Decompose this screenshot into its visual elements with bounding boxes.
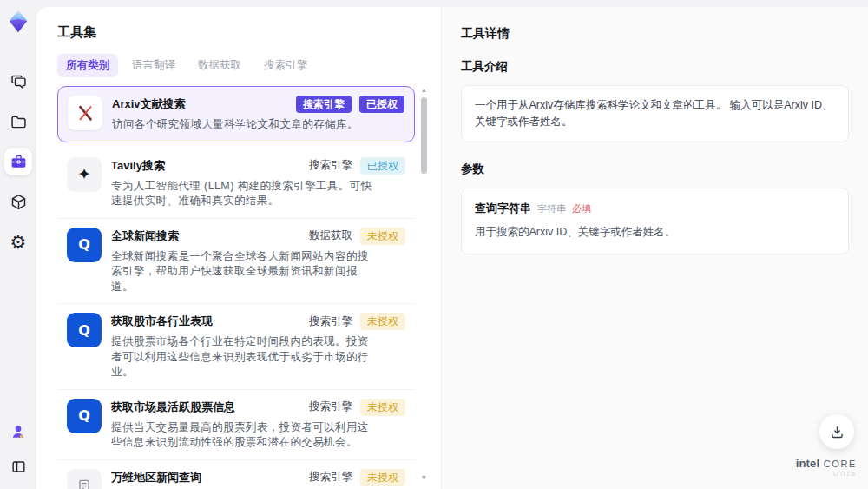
building-logo-icon xyxy=(67,469,102,489)
tab-language-translation[interactable]: 语言翻译 xyxy=(123,54,184,77)
tool-item-regional-news[interactable]: 万维地区新闻查询 搜索引擎 未授权 查询具体行政区划内的新闻，快速了解各地新闻动… xyxy=(57,460,415,489)
tool-title: 获取市场最活跃股票信息 xyxy=(111,400,235,415)
params-section-title: 参数 xyxy=(461,162,849,177)
main-content: 工具集 所有类别 语言翻译 数据获取 搜索引擎 xyxy=(36,7,868,489)
tool-item-most-active-stocks[interactable]: Q 获取市场最活跃股票信息 搜索引擎 未授权 提供当天交易量最高的股票列表，投资… xyxy=(57,390,415,460)
brand-logo-icon xyxy=(5,9,31,35)
tool-description: 全球新闻搜索是一个聚合全球各大新闻网站内容的搜索引擎，帮助用户快速获取全球最新资… xyxy=(111,249,375,295)
tab-all-categories[interactable]: 所有类别 xyxy=(57,54,118,77)
user-profile-button[interactable] xyxy=(4,418,32,446)
parameter-box: 查询字符串 字符串 必填 用于搜索的Arxiv ID、关键字或作者姓名。 xyxy=(461,188,849,254)
tool-item-sector-performance[interactable]: Q 获取股市各行业表现 搜索引擎 未授权 提供股票市场各个行业在特定时间段内的表… xyxy=(57,304,415,390)
toolbox-icon xyxy=(10,153,28,171)
auth-status-badge: 未授权 xyxy=(360,228,405,245)
sparkle-logo-icon: ✦ xyxy=(67,157,102,192)
auth-status-badge: 未授权 xyxy=(360,313,405,330)
scroll-up-icon[interactable]: ▲ xyxy=(420,87,428,93)
tool-description: 提供股票市场各个行业在特定时间段内的表现。投资者可以利用这些信息来识别表现优于或… xyxy=(111,334,375,380)
ultra-wordmark: Ultra xyxy=(796,471,857,479)
page-title: 工具集 xyxy=(57,24,415,41)
tool-item-body: Tavily搜索 搜索引擎 已授权 专为人工智能代理 (LLM) 构建的搜索引擎… xyxy=(111,157,405,209)
tool-description: 提供当天交易量最高的股票列表，投资者可以利用这些信息来识别流动性强的股票和潜在的… xyxy=(111,420,375,451)
tab-data-acquisition[interactable]: 数据获取 xyxy=(189,54,250,77)
auth-status-badge: 未授权 xyxy=(360,399,405,416)
tool-intro-text: 一个用于从Arxiv存储库搜索科学论文和文章的工具。 输入可以是Arxiv ID… xyxy=(475,99,833,128)
tool-intro-box: 一个用于从Arxiv存储库搜索科学论文和文章的工具。 输入可以是Arxiv ID… xyxy=(461,85,849,142)
tool-tags: 数据获取 未授权 xyxy=(309,228,405,245)
detail-title: 工具详情 xyxy=(461,26,849,42)
tool-item-tavily[interactable]: ✦ Tavily搜索 搜索引擎 已授权 专为人工智能代理 (LLM) 构建的搜索… xyxy=(57,149,415,219)
parameter-description: 用于搜索的Arxiv ID、关键字或作者姓名。 xyxy=(475,225,835,240)
chat-icon xyxy=(10,73,28,91)
tool-title: Arxiv文献搜索 xyxy=(112,96,186,112)
tool-item-body: 获取股市各行业表现 搜索引擎 未授权 提供股票市场各个行业在特定时间段内的表现。… xyxy=(111,313,405,380)
q-search-logo-icon: Q xyxy=(67,399,102,433)
sidebar-nav: ⚙ xyxy=(4,68,32,255)
tool-tags: 搜索引擎 未授权 xyxy=(309,469,405,486)
sidebar-item-toolset[interactable] xyxy=(4,148,32,175)
tab-search-engine[interactable]: 搜索引擎 xyxy=(255,54,316,77)
q-search-logo-icon: Q xyxy=(67,228,102,262)
download-button[interactable] xyxy=(819,414,854,449)
user-avatar-icon xyxy=(10,423,27,440)
sidebar-item-chat[interactable] xyxy=(4,68,32,96)
tool-item-global-news[interactable]: Q 全球新闻搜索 数据获取 未授权 全球新闻搜索是一个聚合全球各大新闻网站内容的… xyxy=(57,219,415,305)
panel-toggle-icon xyxy=(10,459,27,475)
list-scrollbar[interactable]: ▲ ▼ xyxy=(420,87,428,480)
sidebar-item-models[interactable] xyxy=(4,188,32,215)
tool-tags: 搜索引擎 已授权 xyxy=(309,157,405,175)
tool-item-body: 万维地区新闻查询 搜索引擎 未授权 查询具体行政区划内的新闻，快速了解各地新闻动… xyxy=(111,469,405,489)
tool-title: 获取股市各行业表现 xyxy=(111,314,213,329)
q-search-logo-icon: Q xyxy=(67,313,102,347)
intel-wordmark: intel xyxy=(796,457,820,470)
category-label: 搜索引擎 xyxy=(309,314,352,329)
tool-list-panel: 工具集 所有类别 语言翻译 数据获取 搜索引擎 xyxy=(36,7,441,489)
tool-description: 访问各个研究领域大量科学论文和文章的存储库。 xyxy=(112,117,376,133)
sidebar-item-files[interactable] xyxy=(4,108,32,135)
tool-detail-panel: 工具详情 工具介绍 一个用于从Arxiv存储库搜索科学论文和文章的工具。 输入可… xyxy=(441,7,868,489)
category-label: 搜索引擎 xyxy=(309,470,352,485)
arxiv-x-logo-icon xyxy=(68,96,102,130)
cube-icon xyxy=(10,193,28,211)
download-icon xyxy=(829,424,845,440)
scrollbar-thumb[interactable] xyxy=(421,97,427,174)
tool-title: 全球新闻搜索 xyxy=(111,228,179,244)
category-label: 搜索引擎 xyxy=(309,400,352,414)
folder-icon xyxy=(10,113,28,131)
auth-status-badge: 已授权 xyxy=(360,157,405,175)
tool-title: 万维地区新闻查询 xyxy=(111,470,201,486)
sidebar-item-settings[interactable]: ⚙ xyxy=(4,228,32,255)
category-badge: 搜索引擎 xyxy=(296,96,352,113)
parameter-type: 字符串 xyxy=(537,202,566,215)
tool-item-body: 全球新闻搜索 数据获取 未授权 全球新闻搜索是一个聚合全球各大新闻网站内容的搜索… xyxy=(111,228,405,295)
tool-item-body: 获取市场最活跃股票信息 搜索引擎 未授权 提供当天交易量最高的股票列表，投资者可… xyxy=(111,399,405,451)
tool-list: Arxiv文献搜索 搜索引擎 已授权 访问各个研究领域大量科学论文和文章的存储库… xyxy=(57,86,415,489)
category-tabs: 所有类别 语言翻译 数据获取 搜索引擎 xyxy=(57,54,415,77)
intel-core-logo: intel CORE Ultra xyxy=(796,455,857,479)
sidebar-bottom xyxy=(4,418,32,480)
intro-section-title: 工具介绍 xyxy=(461,59,849,75)
app-screen: ⚙ xyxy=(0,0,868,489)
tool-description: 专为人工智能代理 (LLM) 构建的搜索引擎工具。可快速提供实时、准确和真实的结… xyxy=(111,179,375,209)
category-label: 数据获取 xyxy=(309,228,352,243)
tool-item-body: Arxiv文献搜索 搜索引擎 已授权 访问各个研究领域大量科学论文和文章的存储库… xyxy=(112,96,404,133)
app-sidebar: ⚙ xyxy=(0,0,36,489)
parameter-required-flag: 必填 xyxy=(572,202,591,215)
parameter-name: 查询字符串 xyxy=(475,201,531,216)
category-label: 搜索引擎 xyxy=(309,158,352,173)
tool-item-arxiv[interactable]: Arxiv文献搜索 搜索引擎 已授权 访问各个研究领域大量科学论文和文章的存储库… xyxy=(57,86,415,142)
tool-title: Tavily搜索 xyxy=(111,158,165,174)
tool-tags: 搜索引擎 已授权 xyxy=(296,96,404,113)
tool-tags: 搜索引擎 未授权 xyxy=(309,399,405,416)
core-wordmark: CORE xyxy=(824,459,857,469)
auth-status-badge: 未授权 xyxy=(360,469,405,486)
scroll-down-icon[interactable]: ▼ xyxy=(420,474,428,480)
tool-tags: 搜索引擎 未授权 xyxy=(309,313,405,330)
auth-status-badge: 已授权 xyxy=(359,96,404,113)
gear-icon: ⚙ xyxy=(10,233,27,251)
collapse-panel-button[interactable] xyxy=(4,453,32,480)
